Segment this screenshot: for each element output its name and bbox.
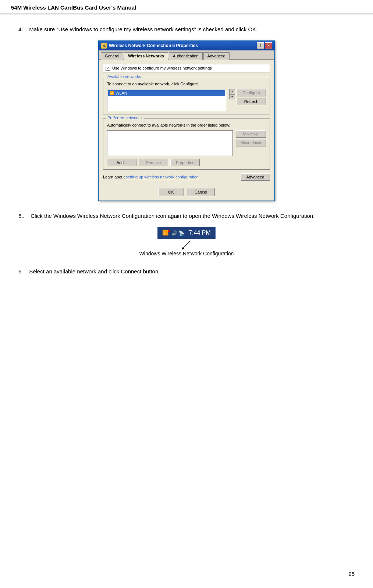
available-network-buttons: Configure Refresh — [237, 89, 266, 105]
use-windows-label: Use Windows to configure my wireless net… — [112, 66, 212, 70]
wlan-network-item[interactable]: 📶 WLAN — [108, 90, 225, 96]
step-6-text: 6. Select an available network and click… — [18, 268, 355, 276]
list-scroll-buttons: ▲ ▼ — [229, 89, 235, 99]
arrow-indicator — [18, 239, 355, 250]
step-5-number: 5. — [18, 213, 23, 219]
step-6-block: 6. Select an available network and click… — [18, 268, 355, 276]
available-networks-row: 📶 WLAN ▲ ▼ — [107, 89, 266, 111]
cancel-button[interactable]: Cancel — [187, 188, 215, 196]
add-button[interactable]: Add... — [107, 159, 136, 166]
step-6-content: Select an available network and click Co… — [29, 268, 160, 274]
titlebar-buttons: ? ✕ — [257, 42, 272, 49]
page-number: 25 — [348, 571, 355, 577]
dialog-tabs: General Wireless Networks Authentication… — [99, 50, 274, 60]
titlebar-icon: 🔌 — [101, 43, 107, 49]
preferred-network-list — [107, 130, 233, 156]
page-title: 54M Wireless LAN CardBus Card User's Man… — [11, 4, 136, 11]
scroll-down-btn[interactable]: ▼ — [229, 94, 235, 99]
ok-button[interactable]: OK — [158, 188, 184, 196]
available-networks-label: Available networks: — [106, 74, 143, 79]
step-4-content: Make sure “Use Windows to configure my w… — [29, 26, 257, 32]
available-network-list: 📶 WLAN — [107, 89, 226, 111]
preferred-networks-group: Preferred networks: Automatically connec… — [103, 118, 270, 170]
refresh-button[interactable]: Refresh — [237, 98, 266, 105]
preferred-networks-desc: Automatically connect to available netwo… — [107, 123, 266, 127]
use-windows-checkbox-row[interactable]: ✓ Use Windows to configure my wireless n… — [103, 64, 270, 72]
tab-wireless-networks[interactable]: Wireless Networks — [124, 52, 168, 60]
learn-link[interactable]: setting up wireless network configuratio… — [126, 175, 200, 179]
systray-icon-1: 🔊 — [171, 230, 177, 236]
preferred-networks-row: Move up Move down — [107, 130, 266, 156]
step-5-block: 5.. Click the Windows Wireless Network C… — [18, 212, 355, 257]
move-up-button[interactable]: Move up — [236, 130, 266, 138]
dialog-body: ✓ Use Windows to configure my wireless n… — [99, 60, 274, 185]
dialog-footer: OK Cancel — [99, 185, 274, 201]
tab-advanced[interactable]: Advanced — [203, 52, 230, 60]
taskbar-caption: Windows Wireless Network Configuration — [18, 251, 355, 256]
advanced-button[interactable]: Advanced — [241, 173, 270, 181]
tab-authentication[interactable]: Authentication — [169, 52, 203, 60]
properties-button[interactable]: Properties — [170, 159, 200, 166]
step-5-content: Click the Windows Wireless Network Confi… — [31, 213, 315, 219]
taskbar-icons: 📶 ✕ 🔊 📡 — [162, 229, 184, 237]
network-icon: 📶 — [110, 91, 114, 95]
step-6-number: 6. — [18, 268, 23, 274]
taskbar-container: 📶 ✕ 🔊 📡 7:44 PM — [18, 227, 355, 239]
properties-dialog: 🔌 Wireless Network Connection 6 Properti… — [98, 40, 275, 201]
step-4-text: 4. Make sure “Use Windows to configure m… — [18, 25, 355, 34]
titlebar-left: 🔌 Wireless Network Connection 6 Properti… — [101, 43, 198, 49]
step-4-block: 4. Make sure “Use Windows to configure m… — [18, 25, 355, 201]
available-networks-desc: To connect to an available network, clic… — [107, 82, 266, 86]
dialog-title: Wireless Network Connection 6 Properties — [109, 43, 198, 48]
preferred-network-buttons: Move up Move down — [236, 130, 266, 146]
tab-general[interactable]: General — [101, 52, 123, 60]
configure-button[interactable]: Configure — [237, 89, 266, 96]
remove-button[interactable]: Remove — [139, 159, 168, 166]
network-status-icon: 📶 ✕ — [162, 229, 170, 237]
step-5-text: 5.. Click the Windows Wireless Network C… — [18, 212, 355, 220]
taskbar-time: 7:44 PM — [189, 230, 211, 236]
bottom-row: Learn about setting up wireless network … — [103, 173, 270, 181]
dialog-container: 🔌 Wireless Network Connection 6 Properti… — [18, 40, 355, 201]
close-button[interactable]: ✕ — [265, 42, 272, 49]
network-name: WLAN — [116, 91, 127, 95]
dialog-titlebar: 🔌 Wireless Network Connection 6 Properti… — [99, 41, 274, 50]
use-windows-checkbox[interactable]: ✓ — [106, 66, 110, 71]
preferred-action-buttons: Add... Remove Properties — [107, 159, 266, 166]
systray-icon-2: 📡 — [178, 230, 184, 236]
learn-text: Learn about setting up wireless network … — [103, 175, 200, 179]
help-button[interactable]: ? — [257, 42, 264, 49]
svg-line-0 — [183, 241, 190, 248]
preferred-networks-label: Preferred networks: — [106, 116, 144, 120]
move-down-button[interactable]: Move down — [236, 139, 266, 146]
available-networks-group: Available networks: To connect to an ava… — [103, 77, 270, 114]
scroll-up-btn[interactable]: ▲ — [229, 89, 235, 94]
taskbar-screenshot: 📶 ✕ 🔊 📡 7:44 PM — [157, 227, 216, 239]
step-4-number: 4. — [18, 26, 23, 32]
